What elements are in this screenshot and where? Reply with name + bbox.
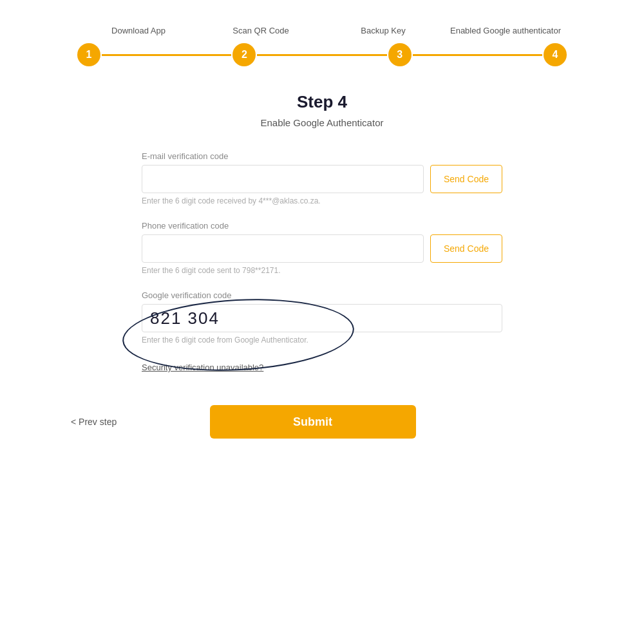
google-verification-group: Google verification code Enter the 6 dig… bbox=[142, 290, 502, 345]
step-indicators: 1 2 3 4 bbox=[71, 43, 573, 66]
email-send-code-button[interactable]: Send Code bbox=[430, 165, 502, 193]
phone-verification-input[interactable] bbox=[142, 234, 424, 263]
footer-section: < Prev step Submit bbox=[71, 405, 573, 439]
step-label-3: Backup Key bbox=[322, 26, 444, 35]
security-verification-link[interactable]: Security verification unavailable? bbox=[142, 363, 263, 372]
content-section: Step 4 Enable Google Authenticator E-mai… bbox=[71, 92, 573, 373]
email-input-row: Send Code bbox=[142, 165, 502, 193]
step-line-3 bbox=[413, 54, 542, 56]
step-label-2: Scan QR Code bbox=[200, 26, 322, 35]
step-line-1 bbox=[102, 54, 231, 56]
phone-input-row: Send Code bbox=[142, 234, 502, 263]
form-section: E-mail verification code Send Code Enter… bbox=[142, 151, 502, 373]
step-label-4: Enabled Google authenticator bbox=[444, 26, 567, 35]
google-hint: Enter the 6 digit code from Google Authe… bbox=[142, 336, 502, 345]
step-title: Step 4 bbox=[297, 92, 347, 112]
security-link-container: Security verification unavailable? bbox=[142, 360, 502, 373]
phone-verification-group: Phone verification code Send Code Enter … bbox=[142, 221, 502, 275]
google-input-row bbox=[142, 304, 502, 332]
step-label-1: Download App bbox=[77, 26, 200, 35]
step-circle-2: 2 bbox=[232, 43, 256, 66]
submit-button[interactable]: Submit bbox=[210, 405, 416, 439]
email-hint: Enter the 6 digit code received by 4***@… bbox=[142, 196, 502, 205]
google-verification-label: Google verification code bbox=[142, 290, 502, 300]
step-labels: Download App Scan QR Code Backup Key Ena… bbox=[71, 26, 573, 35]
step-circle-1: 1 bbox=[77, 43, 100, 66]
step-subtitle: Enable Google Authenticator bbox=[261, 117, 384, 128]
email-verification-label: E-mail verification code bbox=[142, 151, 502, 161]
google-verification-input[interactable] bbox=[142, 304, 502, 332]
email-verification-group: E-mail verification code Send Code Enter… bbox=[142, 151, 502, 205]
phone-send-code-button[interactable]: Send Code bbox=[430, 234, 502, 263]
step-line-2 bbox=[257, 54, 386, 56]
stepper: Download App Scan QR Code Backup Key Ena… bbox=[71, 26, 573, 66]
email-verification-input[interactable] bbox=[142, 165, 424, 193]
phone-verification-label: Phone verification code bbox=[142, 221, 502, 231]
phone-hint: Enter the 6 digit code sent to 798**2171… bbox=[142, 266, 502, 275]
step-circle-4: 4 bbox=[544, 43, 567, 66]
prev-step-button[interactable]: < Prev step bbox=[71, 412, 117, 432]
step-circle-3: 3 bbox=[388, 43, 412, 66]
